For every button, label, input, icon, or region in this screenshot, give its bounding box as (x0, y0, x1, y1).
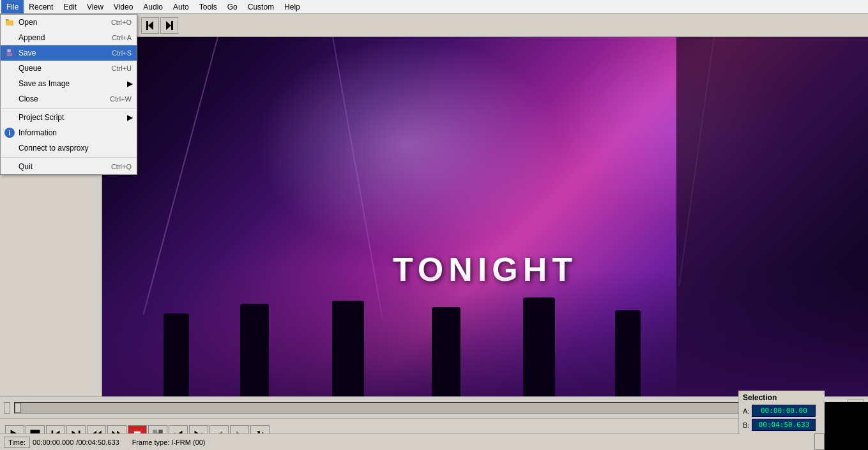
menubar: File Recent Edit View Video Audio Auto T… (0, 0, 868, 14)
svg-marker-10 (166, 21, 171, 30)
toolbar (137, 14, 868, 37)
figure-5 (523, 297, 555, 396)
time-label: Time: (4, 437, 30, 448)
menu-item-information[interactable]: i Information (1, 125, 137, 140)
selection-a-value[interactable]: 00:00:00.00 (752, 405, 816, 417)
svg-rect-1 (6, 20, 13, 26)
small-handle[interactable] (814, 433, 825, 450)
svg-rect-2 (6, 19, 8, 20)
controls-area: ◁| |▷ ↻ Time: 00:00:00.000 /00:04:50.633… (0, 418, 868, 450)
menu-auto[interactable]: Auto (168, 0, 194, 13)
menu-item-open[interactable]: Open Ctrl+O (1, 15, 137, 30)
total-time: /00:04:50.633 (76, 439, 119, 446)
menu-item-project-script[interactable]: Project Script ▶ (1, 110, 137, 125)
thumbnail-area (825, 402, 868, 450)
toolbar-next-btn[interactable] (160, 17, 178, 34)
menu-item-close[interactable]: Close Ctrl+W (1, 91, 137, 107)
info-icon: i (3, 128, 16, 138)
video-frame: TONIGHT (102, 37, 868, 396)
figure-2 (240, 304, 269, 396)
scrubber-thumb[interactable] (15, 403, 21, 413)
project-script-arrow-icon: ▶ (127, 113, 133, 122)
video-area: TONIGHT (102, 37, 868, 396)
open-icon (3, 18, 16, 27)
figure-1 (164, 313, 189, 396)
toolbar-prev-btn[interactable] (141, 17, 159, 34)
svg-rect-7 (146, 21, 148, 30)
toolbar-prev-icon (144, 20, 156, 31)
selection-b-value[interactable]: 00:04:50.633 (752, 419, 816, 431)
menu-audio[interactable]: Audio (138, 0, 168, 13)
figure-4 (432, 307, 461, 396)
menu-help[interactable]: Help (279, 0, 305, 13)
menu-item-queue[interactable]: Queue Ctrl+U (1, 61, 137, 76)
svg-rect-9 (171, 21, 173, 30)
figure-3 (332, 301, 364, 396)
scrubber-bar[interactable] (14, 402, 782, 414)
svg-rect-6 (8, 50, 10, 52)
video-light-1 (255, 37, 562, 253)
figure-6 (615, 310, 641, 396)
svg-marker-8 (148, 21, 153, 30)
menu-item-save[interactable]: Save Ctrl+S (1, 45, 137, 61)
toolbar-next-icon (164, 20, 175, 31)
menu-item-connect[interactable]: Connect to avsproxy (1, 140, 137, 156)
selection-a-label: A: (743, 407, 749, 415)
submenu-arrow-icon: ▶ (127, 79, 133, 88)
save-icon (3, 49, 16, 57)
menu-tools[interactable]: Tools (194, 0, 222, 13)
selection-area: Selection A: 00:00:00.00 B: 00:04:50.633 (738, 391, 825, 433)
selection-b-label: B: (743, 421, 749, 429)
svg-rect-5 (7, 53, 12, 56)
menu-edit[interactable]: Edit (58, 0, 82, 13)
menu-video[interactable]: Video (109, 0, 138, 13)
current-time: 00:00:00.000 (33, 439, 73, 446)
frame-type: Frame type: I-FRM (00) (132, 439, 206, 446)
menu-item-append[interactable]: Append Ctrl+A (1, 30, 137, 45)
file-dropdown-menu: Open Ctrl+O Append Ctrl+A Save Ctrl+S Qu… (0, 14, 137, 175)
menu-view[interactable]: View (82, 0, 109, 13)
menu-item-quit[interactable]: Quit Ctrl+Q (1, 159, 137, 174)
selection-label: Selection (743, 393, 821, 402)
menu-go[interactable]: Go (222, 0, 243, 13)
selection-a-row: A: 00:00:00.00 (743, 405, 821, 417)
menu-separator-1 (1, 108, 137, 109)
selection-b-row: B: 00:04:50.633 (743, 419, 821, 431)
timeline-left-handle[interactable] (4, 402, 10, 414)
menu-recent[interactable]: Recent (24, 0, 58, 13)
figure-group (102, 288, 868, 396)
menu-separator-2 (1, 157, 137, 158)
status-bar: Time: 00:00:00.000 /00:04:50.633 Frame t… (0, 433, 740, 450)
menu-custom[interactable]: Custom (243, 0, 279, 13)
menu-item-save-as-image[interactable]: Save as Image ▶ (1, 76, 137, 91)
menu-file[interactable]: File (1, 0, 24, 13)
